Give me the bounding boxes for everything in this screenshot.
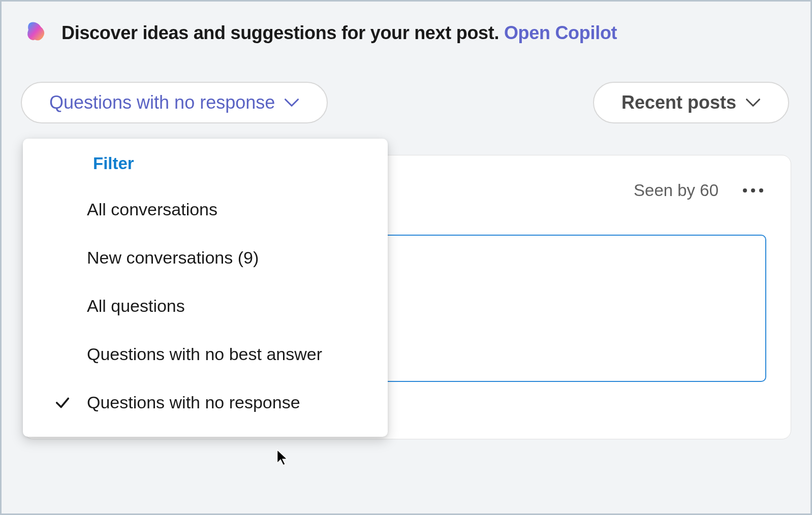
filter-option-label: All conversations	[87, 200, 217, 219]
dropdown-header: Filter	[23, 150, 388, 185]
more-options-button[interactable]	[740, 185, 766, 196]
filter-dropdown-button[interactable]: Questions with no response	[21, 82, 328, 123]
sort-dropdown-button[interactable]: Recent posts	[593, 82, 789, 123]
banner-text: Discover ideas and suggestions for your …	[61, 22, 617, 44]
filter-option-label: Questions with no best answer	[87, 344, 322, 364]
seen-by-label: Seen by 60	[634, 181, 719, 200]
filter-option-all-conversations[interactable]: All conversations	[23, 185, 388, 234]
copilot-banner: Discover ideas and suggestions for your …	[2, 2, 810, 57]
open-copilot-link[interactable]: Open Copilot	[504, 22, 617, 43]
filter-option-all-questions[interactable]: All questions	[23, 282, 388, 330]
sort-dropdown-label: Recent posts	[621, 92, 736, 113]
banner-description: Discover ideas and suggestions for your …	[61, 22, 499, 43]
filter-option-label: New conversations (9)	[87, 248, 259, 268]
chevron-down-icon	[745, 98, 761, 108]
check-icon	[47, 394, 78, 411]
copilot-logo-icon	[23, 19, 49, 47]
dots-icon	[743, 188, 747, 192]
filter-option-new-conversations[interactable]: New conversations (9)	[23, 234, 388, 282]
filter-option-no-best-answer[interactable]: Questions with no best answer	[23, 330, 388, 378]
filter-dropdown-menu: Filter All conversations New conversatio…	[23, 139, 388, 437]
filter-dropdown-label: Questions with no response	[49, 92, 275, 113]
cursor-icon	[276, 448, 289, 466]
chevron-down-icon	[284, 98, 299, 108]
filter-option-no-response[interactable]: Questions with no response	[23, 378, 388, 427]
controls-row: Questions with no response Recent posts	[2, 57, 810, 123]
filter-option-label: All questions	[87, 296, 185, 316]
filter-option-label: Questions with no response	[87, 393, 300, 412]
